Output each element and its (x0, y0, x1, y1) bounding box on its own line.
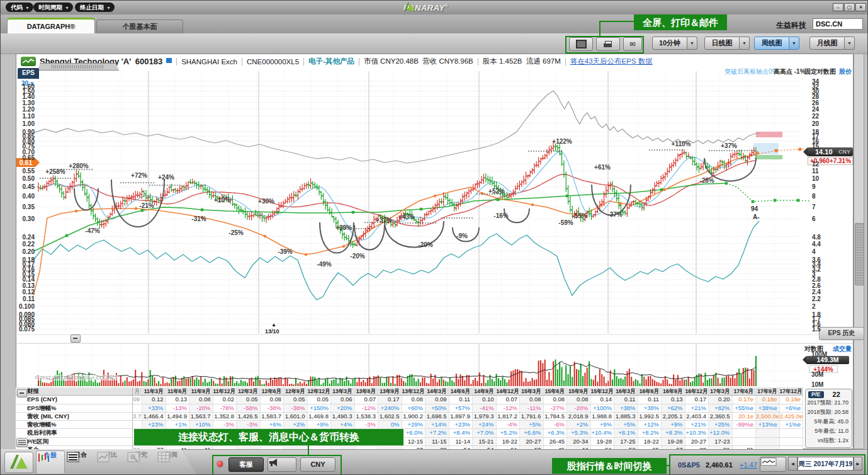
table-title: 财报 (16, 387, 133, 395)
table-cell: +1%e (780, 421, 804, 428)
date-marker-label: 13/10 (265, 328, 279, 335)
table-cell: 0% (378, 421, 402, 428)
table-cell: -38% (284, 404, 308, 412)
table-rows-icon[interactable] (16, 438, 28, 447)
table-row-label: 营收增幅% (16, 421, 133, 428)
collapse-price-pane-button[interactable] (70, 335, 81, 343)
chevron-down-icon: ▼ (687, 37, 697, 50)
volume-axis-label[interactable]: 成交量 (833, 345, 852, 353)
industry-label[interactable]: 电子-其他产品 (308, 57, 354, 66)
eps-history-button[interactable]: EPS 历史 (819, 327, 864, 340)
table-cell: -13% (166, 404, 190, 412)
scrollbar-thumb[interactable] (855, 223, 864, 285)
index-chart-button[interactable] (760, 457, 786, 472)
table-cell: -27% (544, 404, 568, 412)
table-cell: +6.3% (544, 429, 568, 437)
customer-service-button[interactable]: 客服 (228, 457, 264, 472)
period-monthly-button[interactable]: 月线图▼ (809, 37, 855, 50)
minimize-button[interactable]: – (833, 3, 843, 11)
fullscreen-button[interactable] (569, 37, 593, 51)
collapse-table-button[interactable] (17, 389, 27, 398)
high-label: 高高点 -1% (774, 67, 806, 76)
table-cell: +5% (520, 421, 544, 428)
pct-annotation: +61% (594, 164, 611, 171)
table-column-header: 14年6月 (449, 387, 473, 395)
nav-tab-compare[interactable]: 对比 (96, 450, 125, 474)
table-cell: 2,500.0e (756, 413, 780, 420)
scale-label[interactable]: 固定对数图 (804, 67, 836, 76)
table-column-header: 11年9月 (189, 387, 213, 395)
restore-button[interactable]: ▢ (844, 3, 855, 11)
flag-icon[interactable] (166, 58, 172, 63)
pct-annotation: -28% (699, 177, 714, 184)
nav-tab-research[interactable]: 研究 (127, 450, 155, 474)
pe-5yr-high: 5年最高: 45.0 (806, 417, 852, 426)
table-cell: +5% (614, 421, 638, 428)
table-column-header: 17年6月 (733, 387, 757, 395)
current-date-field[interactable]: 周三 2017年7月19 (798, 457, 854, 471)
fullscreen-icon (576, 40, 587, 49)
message-center-button[interactable] (268, 457, 296, 472)
tab-fundamentals[interactable]: 个股基本面 (96, 20, 183, 33)
table-cell: 0.02 (213, 396, 237, 403)
table-cell: +7.2% (426, 429, 449, 437)
table-cell: 1,490.3 (331, 413, 355, 420)
print-button[interactable] (596, 37, 620, 51)
axis-tick-label: 12 (812, 161, 819, 168)
title-bar: 代码▼ 时间周期▼ 终止日期▼ PANARAY® – ▢ ✕ (1, 1, 868, 15)
table-cell: +12% (638, 421, 662, 428)
table-cell: +33% (142, 404, 166, 412)
table-column-header: 17年9月 (756, 387, 780, 395)
market-cap-label: 市值 CNY20.48B (364, 57, 419, 66)
table-cell: 0.09 (426, 396, 449, 403)
table-cell: 17-23 (709, 438, 733, 445)
nav-tab-symbol[interactable]: 个股 (36, 450, 65, 474)
table-cell: 1,426.5 (237, 413, 261, 420)
ticker-input[interactable] (813, 18, 863, 30)
pct-annotation: -21% (139, 202, 154, 209)
symbol-menu-button[interactable]: 代码▼ (6, 3, 33, 12)
table-cell: 11-14 (449, 438, 473, 445)
axis-tick-label: 30M (811, 371, 823, 378)
panaray-emblem-icon (5, 452, 31, 471)
table-cell: 1,988.8 (591, 413, 615, 420)
table-row-label: 营收 (MIL CNY) (16, 413, 133, 420)
tab-datagraph[interactable]: DATAGRAPH® (7, 18, 95, 33)
prev-date-button[interactable]: ◄ (788, 457, 798, 471)
axis-tick-label: 6 (812, 215, 816, 222)
annotation-line (308, 445, 309, 455)
email-button[interactable]: ✉ (623, 37, 642, 51)
table-cell: +8.3% (662, 429, 685, 437)
price-axis-label[interactable]: 股价 (839, 67, 852, 76)
table-cell: 0.08 (520, 396, 544, 403)
table-cell: 0.07 (497, 396, 521, 403)
table-cell: 2,018.9 (567, 413, 591, 420)
index-change-link[interactable]: +1.47 (740, 461, 757, 469)
table-row-label: EPS (CNY) (16, 396, 133, 403)
table-cell (733, 438, 757, 445)
nav-tab-lists[interactable]: 组合 (66, 450, 95, 474)
table-column-header: 13年6月 (355, 387, 379, 395)
nav-tab-news[interactable]: 新闻 (157, 450, 186, 474)
period-weekly-button[interactable]: 周线图▼ (754, 37, 799, 50)
stock-code: 600183 (135, 57, 162, 66)
table-cell: -3% (213, 421, 237, 428)
period-menu-button[interactable]: 时间周期▼ (33, 3, 73, 12)
table-cell: 月 (133, 387, 142, 395)
pct-annotation: +43% (398, 214, 415, 220)
pct-annotation: -59% (558, 219, 573, 226)
eps-scale-badge: EPS (18, 68, 39, 79)
period-10min-button[interactable]: 10分钟▼ (652, 37, 697, 50)
currency-toggle-button[interactable]: CNY (300, 457, 335, 472)
close-button[interactable]: ✕ (855, 3, 866, 11)
table-cell: +38% (614, 404, 638, 412)
next-date-button[interactable]: ► (854, 457, 862, 471)
end-date-menu-button[interactable]: 终止日期▼ (75, 3, 115, 12)
table-column-header: 13年12月 (402, 387, 426, 395)
period-daily-button[interactable]: 日线图▼ (704, 37, 750, 50)
zoom-range-slider[interactable] (37, 63, 119, 71)
axis-tick-label: 4 (812, 248, 816, 255)
home-logo-button[interactable] (4, 452, 33, 473)
eps-report-link[interactable]: 将在43天后公布EPS 数据 (570, 57, 653, 66)
table-cell: 0.11 (614, 396, 638, 403)
